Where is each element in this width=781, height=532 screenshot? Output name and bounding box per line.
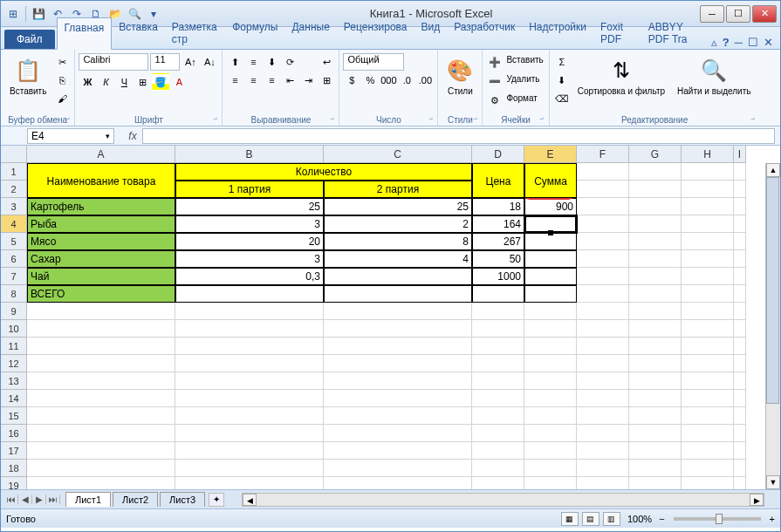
cell[interactable] — [577, 250, 629, 268]
cell[interactable]: ВСЕГО — [27, 285, 175, 303]
indent-increase-icon[interactable]: ⇥ — [299, 72, 317, 89]
save-icon[interactable]: 💾 — [30, 5, 47, 23]
window-minimize-icon[interactable]: ─ — [735, 36, 743, 49]
cell[interactable] — [734, 372, 746, 390]
cell[interactable] — [524, 303, 577, 320]
column-header-I[interactable]: I — [734, 146, 746, 163]
file-tab[interactable]: Файл — [4, 30, 55, 49]
cell[interactable] — [734, 355, 746, 372]
zoom-thumb[interactable] — [716, 514, 723, 524]
cell[interactable]: 20 — [175, 233, 324, 250]
cell[interactable] — [577, 285, 629, 303]
cell[interactable] — [175, 285, 324, 303]
cell[interactable] — [324, 303, 472, 320]
cell[interactable] — [472, 372, 524, 390]
cell[interactable] — [682, 425, 734, 442]
cell[interactable] — [682, 338, 734, 355]
cell[interactable] — [175, 425, 324, 442]
font-name-select[interactable]: Calibri — [79, 53, 148, 71]
cell[interactable] — [27, 372, 175, 390]
cell[interactable] — [472, 425, 524, 442]
cell[interactable] — [524, 460, 577, 477]
border-button[interactable]: ⊞ — [134, 73, 151, 91]
cell[interactable] — [629, 425, 682, 442]
merge-button[interactable]: ⊞ — [319, 72, 335, 89]
column-header-A[interactable]: A — [27, 146, 175, 163]
formula-input[interactable] — [142, 128, 775, 144]
cell[interactable] — [27, 477, 175, 489]
vertical-scrollbar[interactable]: ▲ ▼ — [765, 163, 780, 489]
cell[interactable] — [682, 407, 734, 425]
increase-decimal-icon[interactable]: .0 — [398, 72, 415, 89]
cell[interactable]: 2 партия — [324, 181, 472, 198]
cell[interactable] — [682, 320, 734, 338]
cell[interactable] — [682, 215, 734, 233]
cut-icon[interactable]: ✂ — [53, 53, 71, 71]
row-header-18[interactable]: 18 — [1, 460, 27, 477]
sheet-tab-Лист2[interactable]: Лист2 — [113, 492, 158, 507]
cell[interactable] — [577, 338, 629, 355]
cell[interactable] — [682, 460, 734, 477]
sheet-last-icon[interactable]: ⏭ — [46, 494, 60, 504]
vscroll-thumb[interactable] — [766, 177, 779, 404]
cell[interactable] — [682, 268, 734, 285]
cell[interactable] — [175, 390, 324, 407]
cell[interactable] — [524, 355, 577, 372]
clear-icon[interactable]: ⌫ — [553, 90, 571, 107]
styles-button[interactable]: 🎨 Стили — [442, 53, 478, 98]
grow-font-icon[interactable]: A↑ — [182, 53, 199, 71]
cell[interactable] — [175, 303, 324, 320]
cell[interactable]: 0,3 — [175, 268, 324, 285]
cell[interactable] — [175, 407, 324, 425]
column-header-B[interactable]: B — [175, 146, 324, 163]
cell[interactable] — [629, 442, 682, 460]
cell[interactable] — [472, 442, 524, 460]
cell[interactable]: 267 — [472, 233, 524, 250]
cell[interactable] — [629, 250, 682, 268]
cell[interactable] — [734, 250, 746, 268]
cell[interactable] — [524, 250, 577, 268]
cell[interactable] — [734, 303, 746, 320]
cell[interactable] — [577, 355, 629, 372]
row-header-6[interactable]: 6 — [1, 250, 27, 268]
cell[interactable] — [629, 198, 682, 215]
normal-view-button[interactable]: ▦ — [561, 512, 579, 526]
cell[interactable]: 900 — [524, 198, 577, 215]
wrap-text-button[interactable]: ↩ — [319, 53, 335, 71]
cell[interactable] — [682, 233, 734, 250]
cell[interactable] — [524, 338, 577, 355]
fx-button[interactable]: fx — [123, 130, 142, 142]
cell[interactable] — [577, 407, 629, 425]
cell[interactable] — [324, 460, 472, 477]
page-break-view-button[interactable]: ▥ — [603, 512, 620, 526]
cell[interactable]: Наименование товара — [27, 163, 175, 198]
tab-данные[interactable]: Данные — [284, 17, 336, 49]
delete-cells-button[interactable]: ➖Удалить — [486, 72, 545, 90]
cell[interactable] — [629, 233, 682, 250]
format-cells-button[interactable]: ⚙Формат — [486, 92, 545, 109]
cell[interactable] — [524, 442, 577, 460]
align-left-icon[interactable]: ≡ — [226, 72, 243, 89]
row-header-17[interactable]: 17 — [1, 442, 27, 460]
cell[interactable] — [27, 338, 175, 355]
cell[interactable]: 25 — [324, 198, 472, 215]
align-top-icon[interactable]: ⬆ — [226, 53, 243, 71]
scroll-up-button[interactable]: ▲ — [766, 163, 780, 177]
cell[interactable] — [682, 250, 734, 268]
number-format-select[interactable]: Общий — [343, 53, 404, 71]
cell[interactable] — [324, 320, 472, 338]
underline-button[interactable]: Ч — [115, 73, 133, 91]
cell[interactable] — [577, 163, 629, 181]
cell[interactable] — [682, 163, 734, 181]
cell[interactable]: 1000 — [472, 268, 524, 285]
cell[interactable] — [175, 372, 324, 390]
cell[interactable] — [324, 338, 472, 355]
horizontal-scrollbar[interactable]: ◀ ▶ — [242, 493, 764, 507]
indent-decrease-icon[interactable]: ⇤ — [281, 72, 298, 89]
cell[interactable] — [524, 233, 577, 250]
cell[interactable] — [472, 407, 524, 425]
column-header-C[interactable]: C — [324, 146, 472, 163]
cell[interactable] — [175, 460, 324, 477]
align-bottom-icon[interactable]: ⬇ — [263, 53, 280, 71]
cell[interactable] — [577, 233, 629, 250]
